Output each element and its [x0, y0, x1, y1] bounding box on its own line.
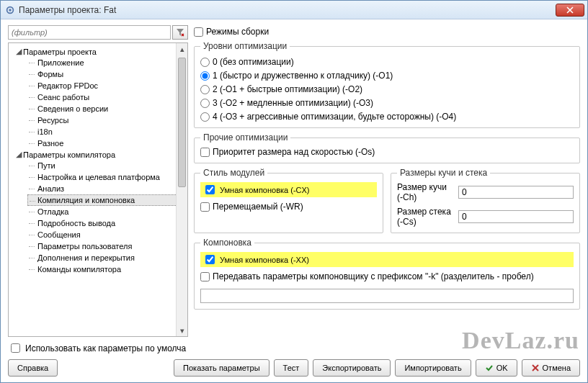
ok-button[interactable]: OK	[476, 359, 517, 377]
opt-radio-2[interactable]: 2 (-O1 + быстрые оптимизации) (-O2)	[200, 84, 574, 94]
opt-radio-3[interactable]: 3 (-O2 + медленные оптимизации) (-O3)	[200, 98, 574, 108]
tree-parent-project[interactable]: ◢ Параметры проекта	[14, 46, 186, 57]
tree-parent-label: Параметры проекта	[23, 48, 97, 56]
build-modes-label: Режимы сборки	[206, 27, 269, 37]
tree-item[interactable]: Сообщения	[27, 229, 186, 240]
tree-item[interactable]: Параметры пользователя	[27, 240, 186, 252]
unit-style-fieldset: Стиль модулей Умная компоновка (-CX) Пер…	[194, 168, 383, 233]
scroll-thumb[interactable]	[178, 58, 186, 187]
optimization-legend: Уровни оптимизации	[200, 41, 290, 51]
cancel-button[interactable]: Отмена	[522, 359, 580, 377]
show-params-button[interactable]: Показать параметры	[174, 359, 270, 377]
size-priority-checkbox[interactable]: Приоритет размера над скоростью (-Os)	[200, 147, 574, 157]
help-button[interactable]: Справка	[8, 359, 58, 377]
tree-item[interactable]: Настройка и целевая платформа	[27, 171, 186, 183]
tree-parent-label: Параметры компилятора	[23, 150, 115, 159]
stack-size-label: Размер стека (-Cs)	[397, 207, 454, 227]
smart-link-xx-checkbox[interactable]: Умная компоновка (-XX)	[200, 252, 574, 267]
tree-item[interactable]: Формы	[27, 68, 186, 80]
tree-item[interactable]: Команды компилятора	[27, 263, 186, 275]
chevron-down-icon: ◢	[16, 150, 23, 159]
heap-fieldset: Размеры кучи и стека Размер кучи (-Ch) Р…	[391, 168, 580, 233]
funnel-clear-icon	[176, 28, 184, 37]
tree-item[interactable]: Отладка	[27, 206, 186, 217]
stack-size-input[interactable]	[458, 210, 574, 223]
tree-item[interactable]: Редактор FPDoc	[27, 80, 186, 91]
tree-item[interactable]: Разное	[27, 138, 186, 149]
heap-size-label: Размер кучи (-Ch)	[397, 182, 454, 202]
tree-item[interactable]: Ресурсы	[27, 114, 186, 126]
tree-scrollbar[interactable]: ▴ ▾	[176, 43, 187, 336]
close-icon	[566, 6, 574, 14]
tree-item[interactable]: Приложение	[27, 57, 186, 68]
scroll-up-icon[interactable]: ▴	[177, 43, 187, 55]
cancel-icon	[531, 364, 540, 372]
tree-item[interactable]: Дополнения и перекрытия	[27, 252, 186, 263]
chevron-down-icon: ◢	[16, 47, 23, 56]
tree-item-selected[interactable]: Компиляция и компоновка	[27, 194, 186, 206]
build-modes-input[interactable]	[194, 27, 203, 37]
svg-point-1	[9, 9, 12, 12]
scroll-down-icon[interactable]: ▾	[177, 325, 187, 336]
heap-size-input[interactable]	[458, 186, 574, 199]
filter-input[interactable]	[8, 25, 171, 40]
filter-clear-button[interactable]	[172, 25, 188, 40]
other-opt-legend: Прочие оптимизации	[200, 132, 290, 143]
optimization-fieldset: Уровни оптимизации 0 (без оптимизации) 1…	[194, 41, 580, 128]
options-tree[interactable]: ◢ Параметры проекта Приложение Формы Ред…	[8, 42, 188, 337]
button-bar: Справка Показать параметры Тест Экспорти…	[8, 359, 580, 377]
tree-item[interactable]: Сведения о версии	[27, 103, 186, 114]
tree-item[interactable]: i18n	[27, 126, 186, 138]
titlebar: Параметры проекта: Fat	[1, 1, 587, 19]
tree-parent-compiler[interactable]: ◢ Параметры компилятора	[14, 149, 186, 160]
build-modes-checkbox[interactable]: Режимы сборки	[194, 27, 580, 37]
tree-item[interactable]: Пути	[27, 160, 186, 171]
check-icon	[485, 364, 494, 372]
export-button[interactable]: Экспортировать	[313, 359, 391, 377]
smart-link-cx-checkbox[interactable]: Умная компоновка (-CX)	[200, 182, 377, 197]
tree-item[interactable]: Сеанс работы	[27, 91, 186, 103]
tree-item[interactable]: Анализ	[27, 183, 186, 194]
close-button[interactable]	[556, 4, 584, 17]
use-default-checkbox[interactable]: Использовать как параметры по умолча	[8, 341, 580, 355]
relocatable-checkbox[interactable]: Перемещаемый (-WR)	[200, 202, 377, 212]
window-title: Параметры проекта: Fat	[19, 5, 556, 15]
opt-radio-0[interactable]: 0 (без оптимизации)	[200, 57, 574, 67]
opt-radio-4[interactable]: 4 (-O3 + агрессивные оптимизации, будьте…	[200, 112, 574, 122]
pass-k-checkbox[interactable]: Передавать параметры компоновщику с преф…	[200, 271, 574, 281]
tree-item[interactable]: Подробность вывода	[27, 217, 186, 229]
unit-style-legend: Стиль модулей	[200, 168, 267, 178]
gear-icon	[5, 5, 15, 15]
heap-legend: Размеры кучи и стека	[397, 168, 490, 178]
linking-legend: Компоновка	[200, 238, 254, 248]
linking-fieldset: Компоновка Умная компоновка (-XX) Переда…	[194, 238, 580, 310]
other-opt-fieldset: Прочие оптимизации Приоритет размера над…	[194, 132, 580, 163]
import-button[interactable]: Импортировать	[395, 359, 471, 377]
test-button[interactable]: Тест	[274, 359, 309, 377]
linker-options-input[interactable]	[200, 289, 574, 303]
opt-radio-1[interactable]: 1 (быстро и дружественно к отладчику) (-…	[200, 71, 574, 81]
